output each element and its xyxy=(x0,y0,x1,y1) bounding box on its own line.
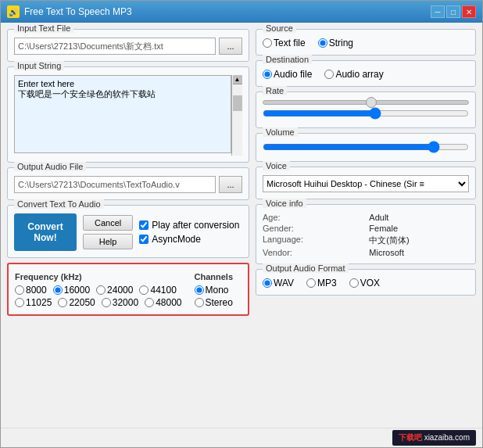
freq-row1: 8000 16000 24000 xyxy=(15,285,182,296)
right-panel: Source Text file String Destination xyxy=(256,29,476,421)
source-label: Source xyxy=(263,23,296,33)
age-value: Adult xyxy=(369,213,469,222)
convert-label: Convert Text To Audio xyxy=(14,199,104,209)
footer: 下载吧 xiazaiba.com xyxy=(1,428,482,447)
string-radio[interactable] xyxy=(318,38,327,48)
voice-group: Voice Microsoft Huihui Desktop - Chinese… xyxy=(256,167,476,199)
maximize-button[interactable]: □ xyxy=(446,5,460,18)
output-format-group: Output Audio Format WAV MP3 VOX xyxy=(256,269,476,296)
voice-label: Voice xyxy=(263,161,290,170)
input-text-file-label: Input Text File xyxy=(14,23,73,33)
async-mode-row: AsyncMode xyxy=(139,234,239,245)
textarea-scrollbar[interactable]: ▲ xyxy=(231,75,242,156)
mono-row: Mono xyxy=(195,285,234,296)
convert-now-button[interactable]: Convert Now! xyxy=(14,213,77,251)
dest-row: Audio file Audio array xyxy=(263,69,469,80)
freq-32000: 32000 xyxy=(102,297,138,308)
help-button[interactable]: Help xyxy=(83,234,133,249)
freq-16000-radio[interactable] xyxy=(53,285,63,295)
play-after-row: Play after conversion xyxy=(139,220,239,231)
freq-44100: 44100 xyxy=(139,285,176,296)
output-audio-file-browse[interactable]: ... xyxy=(219,176,242,193)
audio-file-radio[interactable] xyxy=(263,70,272,79)
freq-11025-radio[interactable] xyxy=(15,298,24,307)
freq-8000-radio[interactable] xyxy=(15,285,24,295)
output-audio-file-row: ... xyxy=(14,176,242,193)
vox-radio[interactable] xyxy=(349,278,359,288)
main-content: Input Text File ... Input String Enter t… xyxy=(1,23,482,428)
voice-info-label: Voice info xyxy=(263,199,306,208)
audio-array-dest: Audio array xyxy=(324,69,383,80)
async-mode-checkbox[interactable] xyxy=(139,235,148,244)
destination-group: Destination Audio file Audio array xyxy=(256,60,476,87)
input-string-label: Input String xyxy=(14,61,64,70)
watermark-text2: xiazaiba.com xyxy=(424,433,470,442)
rate-thumb xyxy=(366,97,377,108)
mono-radio[interactable] xyxy=(195,285,204,295)
output-audio-file-group: Output Audio File ... xyxy=(7,167,249,200)
language-label: Language: xyxy=(263,235,363,246)
voice-info-group: Voice info Age: Adult Gender: Female Lan… xyxy=(256,204,476,264)
input-string-container: Enter text here 下载吧是一个安全绿色的软件下载站 ▲ xyxy=(14,75,242,156)
frequency-col: Frequency (kHz) 8000 16000 xyxy=(15,272,182,308)
left-panel: Input Text File ... Input String Enter t… xyxy=(7,29,249,421)
output-audio-file-label: Output Audio File xyxy=(14,162,86,171)
mp3-format: MP3 xyxy=(306,278,337,289)
volume-label: Volume xyxy=(263,127,298,137)
input-text-file-row: ... xyxy=(14,38,242,55)
title-buttons: ─ □ ✕ xyxy=(431,5,476,18)
freq-channels-content: Frequency (kHz) 8000 16000 xyxy=(15,272,242,308)
wav-format: WAV xyxy=(263,278,294,289)
channels-title: Channels xyxy=(195,272,234,281)
freq-44100-label: 44100 xyxy=(150,285,176,296)
frequency-title: Frequency (kHz) xyxy=(15,272,182,281)
mp3-label: MP3 xyxy=(317,278,337,289)
text-file-radio[interactable] xyxy=(263,38,272,48)
freq-48000-radio[interactable] xyxy=(145,298,154,307)
language-value: 中文(简体) xyxy=(369,235,469,246)
freq-16000: 16000 xyxy=(53,285,90,296)
main-window: 🔊 Free Text To Speech MP3 ─ □ ✕ Input Te… xyxy=(0,0,483,448)
freq-32000-radio[interactable] xyxy=(102,298,111,307)
freq-44100-radio[interactable] xyxy=(139,285,148,295)
string-label: String xyxy=(329,38,353,48)
freq-22050-radio[interactable] xyxy=(58,298,67,307)
input-text-file-group: Input Text File ... xyxy=(7,29,249,62)
voice-select[interactable]: Microsoft Huihui Desktop - Chinese (Sir … xyxy=(263,175,469,192)
title-bar: 🔊 Free Text To Speech MP3 ─ □ ✕ xyxy=(1,1,482,23)
wav-label: WAV xyxy=(274,278,294,289)
input-string-textarea[interactable]: Enter text here 下载吧是一个安全绿色的软件下载站 xyxy=(14,75,231,153)
vendor-label: Vendor: xyxy=(263,248,363,257)
stereo-row: Stereo xyxy=(195,297,234,308)
input-string-group: Input String Enter text here 下载吧是一个安全绿色的… xyxy=(7,66,249,163)
app-icon: 🔊 xyxy=(7,5,20,18)
convert-row: Convert Now! Cancel Help Play after conv… xyxy=(14,213,242,251)
close-button[interactable]: ✕ xyxy=(462,5,476,18)
freq-32000-label: 32000 xyxy=(113,297,138,308)
audio-file-label: Audio file xyxy=(274,69,312,80)
checkbox-col: Play after conversion AsyncMode xyxy=(139,220,239,245)
freq-8000-label: 8000 xyxy=(26,285,47,296)
volume-slider[interactable] xyxy=(263,142,469,152)
cancel-help-col: Cancel Help xyxy=(83,215,133,249)
vendor-value: Microsoft xyxy=(369,248,469,257)
play-after-checkbox[interactable] xyxy=(139,220,148,230)
output-audio-file-field[interactable] xyxy=(14,176,216,193)
minimize-button[interactable]: ─ xyxy=(431,5,445,18)
freq-24000-radio[interactable] xyxy=(96,285,106,295)
channels-col: Channels Mono Stereo xyxy=(195,272,234,308)
stereo-radio[interactable] xyxy=(195,298,204,307)
output-format-row: WAV MP3 VOX xyxy=(263,278,469,289)
scrollbar-thumb xyxy=(233,95,242,111)
gender-value: Female xyxy=(369,224,469,233)
freq-channels-group: Frequency (kHz) 8000 16000 xyxy=(7,263,249,316)
wav-radio[interactable] xyxy=(263,278,272,288)
freq-16000-label: 16000 xyxy=(64,285,90,296)
audio-array-radio[interactable] xyxy=(324,70,334,79)
input-text-file-browse[interactable]: ... xyxy=(219,38,242,55)
input-text-file-field[interactable] xyxy=(14,38,216,55)
mp3-radio[interactable] xyxy=(306,278,316,288)
rate-slider[interactable] xyxy=(263,108,469,119)
cancel-button[interactable]: Cancel xyxy=(83,215,133,231)
string-source: String xyxy=(318,38,353,48)
